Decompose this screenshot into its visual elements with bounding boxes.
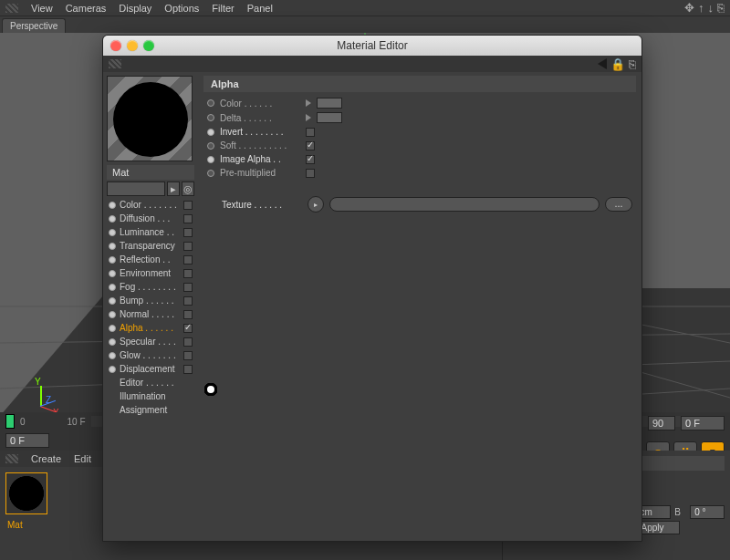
- b-field[interactable]: 0 °: [690, 505, 725, 519]
- down-icon[interactable]: ↓: [708, 1, 714, 15]
- menu-options[interactable]: Options: [164, 3, 199, 14]
- axis-y-label: Y: [35, 377, 41, 387]
- channel-radio[interactable]: [109, 284, 116, 291]
- channel-luminance[interactable]: Luminance . .: [103, 225, 198, 239]
- soft-radio[interactable]: [207, 142, 214, 150]
- channel-radio[interactable]: [109, 311, 116, 318]
- end-frame-field[interactable]: 90: [648, 416, 675, 430]
- search-dropdown-icon[interactable]: ▸: [167, 181, 180, 196]
- menu-cameras[interactable]: Cameras: [66, 3, 107, 14]
- tab-perspective[interactable]: Perspective: [2, 18, 66, 33]
- playhead[interactable]: [5, 414, 15, 429]
- channel-radio[interactable]: [109, 297, 116, 305]
- channel-displacement[interactable]: Displacement: [103, 362, 198, 376]
- channel-radio[interactable]: [109, 229, 116, 236]
- material-name[interactable]: Mat: [107, 165, 194, 180]
- channel-glow[interactable]: Glow . . . . . . .: [103, 348, 198, 362]
- channel-reflection[interactable]: Reflection . .: [103, 253, 198, 266]
- menu-view[interactable]: View: [31, 3, 53, 14]
- back-icon[interactable]: [598, 58, 607, 69]
- image-alpha-radio[interactable]: [207, 156, 214, 163]
- invert-checkbox[interactable]: [306, 128, 315, 137]
- move-icon[interactable]: ✥: [684, 1, 694, 15]
- material-editor-window: Material Editor 🔒 ⎘ Mat ▸ ◎ Color . . . …: [102, 35, 642, 542]
- menu-panel[interactable]: Panel: [247, 3, 273, 14]
- channel-checkbox[interactable]: [183, 324, 193, 333]
- channel-radio[interactable]: [109, 338, 116, 346]
- channel-checkbox[interactable]: [183, 365, 193, 374]
- premult-label: Pre-multiplied: [220, 168, 300, 178]
- channel-checkbox[interactable]: [183, 351, 193, 360]
- grip-icon: [109, 59, 121, 68]
- channel-editor[interactable]: Editor . . . . . .: [103, 376, 198, 389]
- channel-radio[interactable]: [109, 270, 116, 277]
- material-preview[interactable]: [107, 76, 193, 161]
- channel-checkbox[interactable]: [183, 310, 193, 319]
- menu-display[interactable]: Display: [119, 3, 151, 14]
- prop-heading: Alpha: [203, 76, 636, 92]
- channel-radio[interactable]: [109, 256, 116, 264]
- channel-label: Color . . . . . . .: [120, 200, 177, 210]
- premult-checkbox[interactable]: [306, 169, 315, 178]
- delta-swatch[interactable]: [317, 112, 342, 123]
- channel-bump[interactable]: Bump . . . . . .: [103, 294, 198, 307]
- expand-icon[interactable]: [306, 99, 311, 107]
- channel-label: Displacement: [120, 364, 175, 374]
- channel-checkbox[interactable]: [183, 269, 193, 278]
- channel-checkbox[interactable]: [183, 201, 193, 210]
- channel-label: Assignment: [120, 405, 167, 415]
- channel-radio[interactable]: [109, 243, 116, 250]
- channel-color[interactable]: Color . . . . . . .: [103, 198, 198, 212]
- image-alpha-checkbox[interactable]: [306, 155, 315, 164]
- channel-checkbox[interactable]: [183, 255, 193, 264]
- invert-radio[interactable]: [207, 129, 214, 136]
- titlebar[interactable]: Material Editor: [103, 36, 641, 56]
- channel-label: Bump . . . . . .: [120, 296, 173, 306]
- channel-radio[interactable]: [109, 366, 116, 373]
- channel-transparency[interactable]: Transparency: [103, 239, 198, 253]
- editor-toolbar: 🔒 ⎘: [103, 56, 641, 72]
- channel-illumination[interactable]: Illumination: [103, 389, 198, 403]
- color-swatch[interactable]: [317, 98, 342, 109]
- delta-radio[interactable]: [207, 114, 214, 121]
- channel-normal[interactable]: Normal . . . . .: [103, 307, 198, 321]
- channel-checkbox[interactable]: [183, 337, 193, 347]
- matmgr-edit[interactable]: Edit: [74, 453, 91, 464]
- texture-field[interactable]: [329, 197, 600, 212]
- channel-specular[interactable]: Specular . . . .: [103, 335, 198, 348]
- popout-icon[interactable]: ⎘: [629, 57, 636, 71]
- color-radio[interactable]: [207, 99, 214, 107]
- frame-field-a[interactable]: 0 F: [5, 433, 49, 448]
- menu-filter[interactable]: Filter: [212, 3, 234, 14]
- premult-radio[interactable]: [207, 170, 214, 177]
- channel-checkbox[interactable]: [183, 283, 193, 292]
- picker-icon[interactable]: ◎: [182, 181, 194, 196]
- channel-checkbox[interactable]: [183, 242, 193, 251]
- channel-alpha[interactable]: Alpha . . . . . .: [103, 321, 198, 335]
- channel-assignment[interactable]: Assignment: [103, 403, 198, 417]
- grip-icon: [5, 4, 18, 13]
- channel-environment[interactable]: Environment: [103, 266, 198, 280]
- lock-icon[interactable]: 🔒: [610, 57, 625, 71]
- frame-field-b[interactable]: 0 F: [681, 416, 725, 430]
- channel-radio[interactable]: [109, 352, 116, 359]
- search-field[interactable]: [107, 181, 165, 196]
- popout-icon[interactable]: ⎘: [717, 1, 725, 15]
- channel-label: Editor . . . . . .: [120, 378, 173, 388]
- window-title: Material Editor: [103, 39, 641, 52]
- material-thumb[interactable]: [5, 472, 47, 514]
- expand-icon[interactable]: [306, 114, 311, 121]
- channel-radio[interactable]: [109, 202, 116, 209]
- channel-diffusion[interactable]: Diffusion . . .: [103, 212, 198, 225]
- channel-fog[interactable]: Fog . . . . . . . .: [103, 280, 198, 294]
- channel-radio[interactable]: [109, 325, 116, 332]
- up-icon[interactable]: ↑: [698, 1, 704, 15]
- channel-checkbox[interactable]: [183, 296, 193, 306]
- channel-checkbox[interactable]: [183, 228, 193, 237]
- texture-menu-icon[interactable]: ▸: [308, 196, 324, 213]
- soft-checkbox[interactable]: [306, 141, 315, 150]
- browse-button[interactable]: ...: [605, 197, 632, 212]
- channel-radio[interactable]: [109, 215, 116, 223]
- matmgr-create[interactable]: Create: [31, 453, 61, 464]
- channel-checkbox[interactable]: [183, 214, 193, 223]
